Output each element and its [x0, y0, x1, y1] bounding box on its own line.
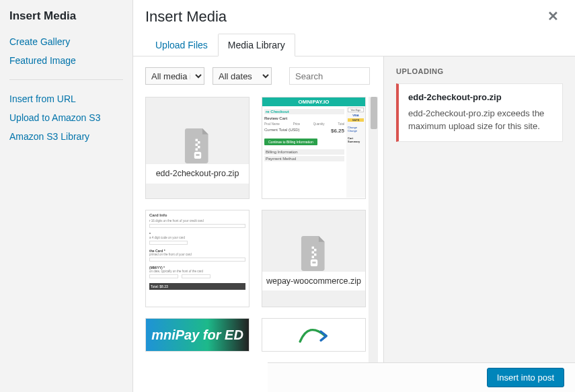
svg-rect-2 [195, 144, 197, 146]
tab-upload-files[interactable]: Upload Files [145, 34, 218, 56]
sidebar-item-s3-library[interactable]: Amazon S3 Library [9, 127, 123, 146]
svg-rect-1 [198, 141, 200, 143]
upload-error-card: edd-2checkout-pro.zip edd-2checkout-pro.… [396, 83, 563, 142]
svg-rect-11 [311, 256, 313, 258]
svg-rect-10 [314, 253, 316, 256]
tab-media-library[interactable]: Media Library [218, 34, 295, 56]
insert-into-post-button[interactable]: Insert into post [487, 368, 564, 387]
attachment-item[interactable]: OMNIPAY.IO re Checkout Review Cart Prod … [262, 97, 366, 199]
filter-dates[interactable]: All dates [213, 67, 272, 85]
sidebar-item-create-gallery[interactable]: Create Gallery [9, 32, 123, 51]
thumbnail-card-info: Card Info r 16 digits on the front of yo… [146, 210, 249, 307]
attachment-details-panel: UPLOADING edd-2checkout-pro.zip edd-2che… [383, 56, 575, 392]
attachment-caption: wepay-woocommerce.zip [262, 271, 365, 290]
svg-rect-7 [311, 246, 313, 248]
svg-rect-0 [195, 139, 197, 141]
close-icon[interactable]: ✕ [543, 8, 563, 24]
filter-media-type[interactable]: All media items [145, 67, 204, 85]
sidebar-divider [9, 79, 123, 80]
scrollbar-thumb[interactable] [371, 97, 377, 129]
attachment-item[interactable]: Card Info r 16 digits on the front of yo… [145, 210, 250, 307]
attachment-item[interactable]: edd-2checkout-pro.zip [145, 97, 250, 199]
attachment-item[interactable]: wepay-woocommerce.zip [262, 210, 366, 307]
main-panel: Insert Media ✕ Upload Files Media Librar… [133, 0, 575, 392]
attachment-item[interactable]: mniPay for ED [145, 318, 250, 352]
svg-rect-9 [311, 251, 313, 253]
attachment-item[interactable] [262, 318, 366, 352]
attachments-grid: edd-2checkout-pro.zip OMNIPAY.IO re Chec… [145, 97, 369, 392]
thumbnail-logo-swoosh [262, 319, 365, 351]
zip-file-icon [300, 236, 328, 271]
svg-rect-8 [314, 249, 316, 251]
sidebar-item-upload-s3[interactable]: Upload to Amazon S3 [9, 108, 123, 127]
svg-rect-4 [195, 149, 197, 151]
attachments-scrollbar[interactable] [369, 97, 378, 392]
thumbnail-omnipay-banner: mniPay for ED [146, 319, 249, 351]
svg-rect-13 [312, 262, 315, 264]
svg-rect-6 [196, 155, 199, 157]
zip-file-icon [184, 128, 212, 163]
upload-filename: edd-2checkout-pro.zip [408, 92, 553, 102]
sidebar-item-featured-image[interactable]: Featured Image [9, 51, 123, 70]
sidebar-title: Insert Media [9, 9, 123, 23]
media-sidebar: Insert Media Create Gallery Featured Ima… [0, 0, 133, 392]
sidebar-item-insert-url[interactable]: Insert from URL [9, 89, 123, 108]
svg-rect-3 [198, 146, 200, 148]
modal-footer: Insert into post [268, 362, 575, 392]
upload-error-message: edd-2checkout-pro.zip exceeds the maximu… [408, 108, 553, 133]
tab-bar: Upload Files Media Library [133, 26, 575, 56]
search-input[interactable] [289, 67, 370, 85]
uploading-heading: UPLOADING [396, 67, 563, 75]
page-title: Insert Media [145, 8, 227, 26]
thumbnail-omnipay-checkout: OMNIPAY.IO re Checkout Review Cart Prod … [262, 97, 365, 198]
attachment-caption: edd-2checkout-pro.zip [146, 163, 249, 183]
